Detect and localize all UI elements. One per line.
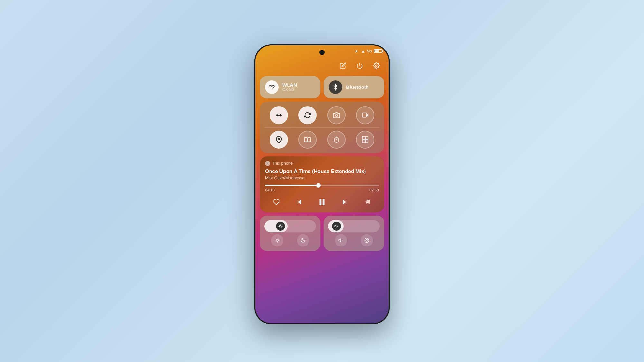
settings-icon[interactable] [371,60,382,71]
battery-fill [375,50,379,52]
volume-fill [328,220,344,232]
favorite-button[interactable] [270,196,282,208]
volume-slider-tile [324,216,384,251]
battery-icon [374,49,382,53]
wifi-status-icon: ▲ [361,49,365,54]
location-tile[interactable] [270,131,288,149]
svg-line-34 [282,227,282,227]
bluetooth-label: Bluetooth [346,84,369,90]
bluetooth-tile-text: Bluetooth [346,84,369,90]
svg-line-42 [276,238,276,239]
wlan-icon-circle [265,80,279,94]
wide-tiles-row: WLAN OK-5G Bluetooth [260,76,384,98]
progress-fill [265,185,318,186]
volume-thumb-icon [332,222,341,231]
progress-times: 04:10 07:53 [265,188,379,192]
music-source-dot: ♪ [265,161,270,166]
next-button[interactable] [339,196,351,208]
wlan-label: WLAN [282,82,297,88]
small-tiles-grid [260,102,384,153]
svg-rect-17 [304,137,307,142]
brightness-thumb-icon [276,222,285,231]
volume-track[interactable] [328,220,380,232]
music-artist: Max Oazo/Moonessa [265,175,379,180]
camera-notch [319,50,325,55]
svg-rect-21 [365,136,368,139]
night-mode-icon[interactable] [297,234,309,246]
top-actions-bar [337,60,382,71]
music-content: ♪ This phone Once Upon A Time (House Ext… [265,161,379,208]
multi-window-tile[interactable] [356,131,374,149]
equalizer-icon[interactable] [361,234,373,246]
progress-bar[interactable] [265,185,379,186]
volume-icon[interactable] [335,234,347,246]
music-player: ♪ This phone Once Upon A Time (House Ext… [260,156,384,212]
phone-mockup: ★ ▲ 5G [254,44,390,324]
svg-marker-24 [298,200,301,204]
music-title: Once Upon A Time (House Extended Mix) [265,169,379,174]
brightness-track[interactable] [264,220,316,232]
svg-rect-27 [323,199,324,205]
music-controls: 词 [265,196,379,208]
total-time: 07:53 [369,188,379,192]
tiles-row-1 [264,106,380,124]
bluetooth-icon-circle [329,80,342,94]
svg-marker-28 [343,200,346,204]
data-transfer-tile[interactable] [270,106,288,124]
svg-rect-14 [362,113,367,117]
status-bar: ★ ▲ 5G [355,49,382,54]
svg-point-10 [376,65,377,66]
svg-line-33 [279,225,279,225]
progress-thumb [316,183,321,188]
lyrics-button[interactable]: 词 [362,196,374,208]
screen-record-tile[interactable] [356,106,374,124]
brightness-bottom-icons [264,234,316,246]
brightness-fill [264,220,288,232]
bluetooth-status-icon: ★ [355,49,359,54]
svg-point-50 [365,238,369,242]
dual-screen-tile[interactable] [298,131,317,149]
wlan-tile[interactable]: WLAN OK-5G [260,76,320,98]
phone-screen: ★ ▲ 5G [255,45,389,323]
current-time: 04:10 [265,188,275,192]
previous-button[interactable] [293,196,305,208]
tiles-separator [264,127,380,128]
svg-marker-48 [335,225,336,227]
volume-bottom-icons [328,234,380,246]
svg-marker-49 [339,239,341,242]
svg-rect-18 [308,137,311,142]
signal-5g-icon: 5G [367,49,372,53]
right-presentation: ★ ▲ 5G [0,0,644,362]
svg-point-16 [278,138,280,140]
edit-icon[interactable] [337,60,349,71]
svg-point-51 [366,239,367,241]
svg-line-47 [279,238,279,239]
svg-rect-23 [365,140,368,142]
svg-rect-13 [335,115,337,116]
screenshot-tile[interactable] [327,106,346,124]
svg-line-43 [279,242,279,242]
svg-line-38 [282,225,282,225]
svg-line-46 [276,242,276,242]
bluetooth-tile[interactable]: Bluetooth [324,76,384,98]
wlan-tile-text: WLAN OK-5G [282,82,297,92]
brightness-down-icon[interactable] [271,234,283,246]
music-source-label: This phone [272,161,293,166]
brightness-slider-tile [260,216,320,251]
timer-tile[interactable] [327,131,346,149]
tiles-row-2 [264,131,380,149]
sliders-row [260,216,384,251]
pause-button[interactable] [316,196,328,208]
music-source: ♪ This phone [265,161,379,166]
svg-rect-20 [362,136,365,139]
power-icon[interactable] [354,60,365,71]
svg-line-37 [279,227,279,227]
wlan-sublabel: OK-5G [282,88,297,92]
svg-point-39 [276,239,279,241]
svg-rect-26 [320,199,321,205]
svg-point-30 [279,225,281,227]
svg-rect-22 [362,140,365,142]
sync-tile[interactable] [298,106,317,124]
quick-tiles: WLAN OK-5G Bluetooth [260,76,384,251]
